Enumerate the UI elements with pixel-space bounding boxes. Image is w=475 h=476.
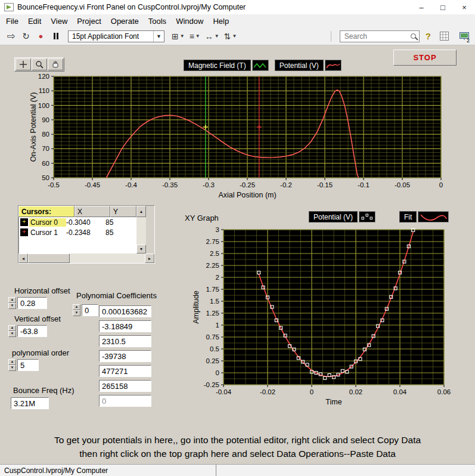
- cursor-row-1[interactable]: + Cursor 1 -0.2348 85: [19, 227, 136, 237]
- increment-icon[interactable]: ▲: [8, 325, 16, 331]
- poly-coefficients-label: Polynomial Coefficients: [76, 291, 157, 300]
- abort-button[interactable]: ●: [33, 29, 48, 44]
- cursors-header[interactable]: Cursors:: [18, 206, 74, 217]
- svg-text:0: 0: [439, 181, 443, 188]
- svg-text:0: 0: [310, 388, 313, 395]
- coefficient-1: -3.18849: [99, 320, 151, 332]
- svg-text:2.5: 2.5: [210, 250, 219, 257]
- reorder-button[interactable]: ⇅▼: [222, 30, 240, 43]
- polynomial-order-input[interactable]: 5: [17, 359, 39, 371]
- maximize-button[interactable]: □: [432, 0, 454, 14]
- fit-plot-style-icon[interactable]: [418, 211, 449, 222]
- pause-button[interactable]: [48, 29, 63, 44]
- svg-text:0.75: 0.75: [206, 333, 219, 341]
- grid-layout-button[interactable]: [437, 29, 452, 44]
- cursor-vertical-scrollbar[interactable]: ▼: [136, 217, 146, 254]
- cursor1-name[interactable]: Cursor 1: [29, 228, 66, 237]
- run-button[interactable]: ⇨: [4, 29, 18, 44]
- chevron-down-icon: ▼: [232, 33, 237, 39]
- vertical-offset-control: ▲▼ -63.8: [8, 325, 47, 337]
- search-input[interactable]: [343, 32, 411, 41]
- potential-plot-style-icon[interactable]: [325, 60, 341, 71]
- menu-tools[interactable]: Tools: [144, 16, 171, 27]
- vertical-offset-stepper[interactable]: ▲▼: [8, 325, 16, 337]
- increment-icon[interactable]: ▲: [73, 304, 80, 310]
- legend-label-magnetic-field[interactable]: Magnetic Field (T): [184, 60, 251, 71]
- cursor-scroll-right-button[interactable]: ►: [145, 254, 154, 263]
- context-help-button[interactable]: ?: [424, 31, 432, 41]
- cursor0-name[interactable]: Cursor 0: [29, 218, 66, 227]
- xy-graph[interactable]: -0.04-0.0200.020.040.06-0.2500.250.50.75…: [179, 224, 456, 409]
- svg-text:120: 120: [38, 73, 49, 80]
- resize-objects-button[interactable]: ↔▼: [203, 30, 222, 43]
- align-objects-button[interactable]: ⊞▼: [169, 30, 187, 43]
- stop-button[interactable]: STOP: [393, 50, 457, 66]
- on-axis-potential-graph[interactable]: -0.5-0.45-0.4-0.35-0.3-0.25-0.2-0.15-0.1…: [18, 72, 453, 200]
- decrement-icon[interactable]: ▼: [8, 365, 16, 371]
- vertical-offset-input[interactable]: -63.8: [17, 325, 47, 337]
- magnetic-field-plot-style-icon[interactable]: [252, 60, 269, 71]
- svg-text:2.25: 2.25: [206, 262, 219, 269]
- horizontal-offset-stepper[interactable]: ▲▼: [8, 297, 16, 309]
- svg-text:-0.5: -0.5: [48, 181, 60, 188]
- polynomial-order-stepper[interactable]: ▲▼: [8, 359, 16, 371]
- coefficients-index-stepper[interactable]: ▲▼: [73, 304, 80, 316]
- cursor-horizontal-scrollbar[interactable]: ◄ ►: [18, 254, 154, 263]
- cursor-scroll-down-button[interactable]: ▼: [136, 245, 146, 254]
- minimize-button[interactable]: –: [411, 0, 432, 14]
- svg-text:3: 3: [216, 226, 219, 233]
- pan-tool-button[interactable]: [48, 58, 63, 70]
- svg-text:110: 110: [39, 87, 49, 94]
- run-continuously-button[interactable]: ↻: [18, 29, 33, 44]
- svg-text:0.02: 0.02: [349, 388, 362, 395]
- align-objects-icon: ⊞: [172, 32, 179, 41]
- window-title: BounceFrequency.vi Front Panel on CuspCo…: [17, 3, 246, 11]
- distribute-objects-button[interactable]: ≡▼: [187, 30, 203, 43]
- search-field[interactable]: [340, 30, 420, 42]
- svg-text:-0.35: -0.35: [162, 181, 178, 188]
- coefficient-5: 265158: [99, 380, 151, 392]
- legend-label-potential[interactable]: Potential (V): [275, 60, 324, 71]
- pause-icon: [54, 33, 55, 39]
- xy-legend-label-potential[interactable]: Potential (V): [309, 211, 358, 222]
- increment-icon[interactable]: ▲: [8, 359, 16, 365]
- cursor-hscroll-track[interactable]: [70, 254, 145, 263]
- svg-text:70: 70: [42, 145, 49, 152]
- cursor-move-tool-button[interactable]: [15, 58, 31, 70]
- xy-legend-label-fit[interactable]: Fit: [399, 211, 417, 222]
- svg-text:2: 2: [216, 274, 219, 281]
- menu-help[interactable]: Help: [208, 16, 234, 27]
- labview-front-panel-window: BounceFrequency.vi Front Panel on CuspCo…: [0, 0, 475, 476]
- close-button[interactable]: ×: [454, 0, 475, 14]
- font-selector-value: 15pt Application Font: [72, 32, 139, 41]
- menu-project[interactable]: Project: [72, 16, 105, 27]
- title-bar: BounceFrequency.vi Front Panel on CuspCo…: [0, 0, 475, 14]
- cursor-hscroll-thumb[interactable]: [28, 254, 70, 263]
- chevron-down-icon: ▼: [215, 33, 219, 39]
- toolbar-separator: [331, 31, 331, 42]
- horizontal-offset-input[interactable]: 0.28: [17, 297, 47, 309]
- menu-view[interactable]: View: [46, 16, 72, 27]
- monitor-layout-button[interactable]: 2: [457, 29, 471, 44]
- menu-edit[interactable]: Edit: [23, 16, 46, 27]
- cursor-scroll-up-button[interactable]: ▲: [136, 206, 146, 217]
- instruction-note-line1: To get your potentials in here,, go into…: [0, 433, 475, 447]
- svg-text:-0.1: -0.1: [358, 181, 370, 188]
- project-context-label[interactable]: CuspControl.lvproj/My Computer: [0, 465, 216, 476]
- menu-operate[interactable]: Operate: [106, 16, 144, 27]
- svg-text:0.5: 0.5: [210, 345, 219, 353]
- cursor-scroll-left-button[interactable]: ◄: [18, 254, 28, 263]
- xy-potential-plot-style-icon[interactable]: [359, 211, 375, 222]
- decrement-icon[interactable]: ▼: [73, 310, 80, 316]
- menu-window[interactable]: Window: [171, 16, 208, 27]
- menu-file[interactable]: File: [1, 16, 23, 27]
- zoom-tool-button[interactable]: [32, 58, 47, 70]
- coefficients-index-input[interactable]: 0: [82, 304, 98, 316]
- increment-icon[interactable]: ▲: [8, 297, 16, 303]
- decrement-icon[interactable]: ▼: [8, 331, 16, 337]
- polynomial-order-control: ▲▼ 5: [8, 359, 39, 371]
- svg-text:0: 0: [216, 369, 219, 376]
- decrement-icon[interactable]: ▼: [8, 303, 16, 309]
- font-selector[interactable]: 15pt Application Font ▼: [68, 30, 164, 42]
- cursor-row-0[interactable]: + Cursor 0 -0.3040 85: [19, 217, 136, 227]
